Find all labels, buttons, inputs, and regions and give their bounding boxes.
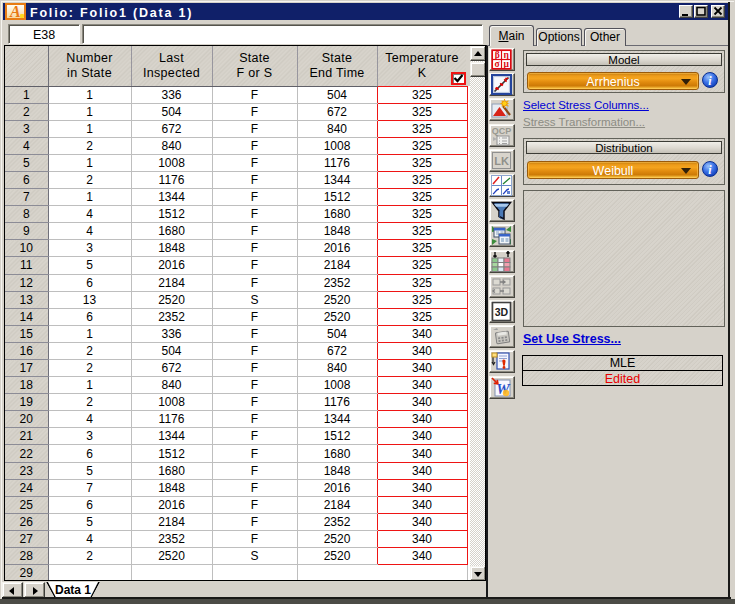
- svg-text:σ: σ: [495, 59, 501, 69]
- svg-text:QCP: QCP: [492, 126, 512, 136]
- svg-text:3D: 3D: [495, 306, 509, 318]
- svg-text:μ: μ: [504, 59, 510, 69]
- svg-text:LK: LK: [494, 155, 509, 167]
